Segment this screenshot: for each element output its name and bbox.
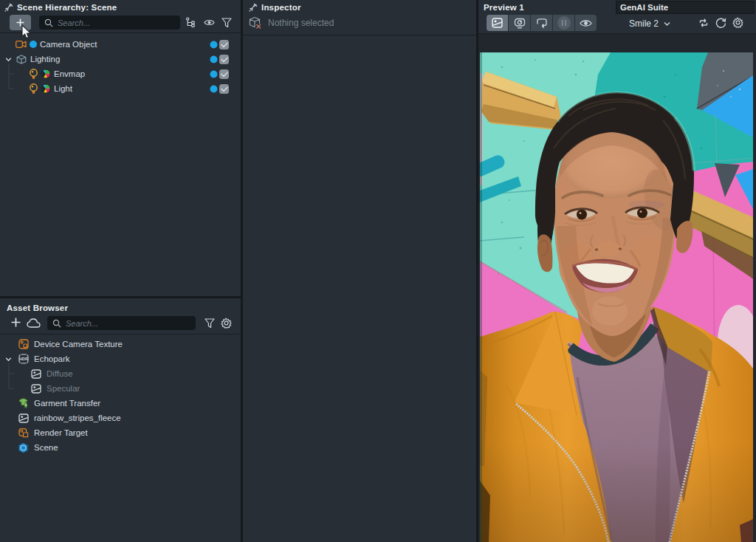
svg-text:HDR: HDR [19,357,28,361]
